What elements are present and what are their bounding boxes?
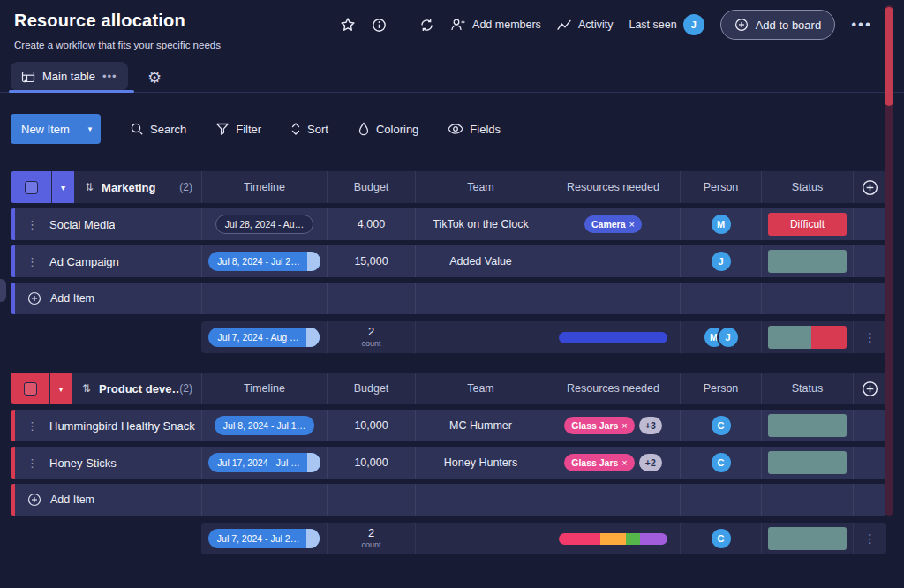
coloring-button[interactable]: Coloring xyxy=(358,122,418,136)
timeline-cell[interactable]: Jul 8, 2024 - Jul 2… xyxy=(201,245,327,277)
status-cell[interactable] xyxy=(761,245,853,277)
remove-chip-icon[interactable]: × xyxy=(622,457,627,468)
sort-button[interactable]: Sort xyxy=(290,122,328,136)
person-cell[interactable]: M xyxy=(680,208,761,240)
status-cell[interactable] xyxy=(761,447,853,479)
timeline-cell[interactable]: Jul 17, 2024 - Jul … xyxy=(201,447,327,479)
timeline-pill[interactable]: Jul 28, 2024 - Au… xyxy=(215,215,313,234)
group-checkbox[interactable] xyxy=(24,382,37,396)
row-menu-icon[interactable]: ⋮ xyxy=(26,255,38,268)
status-label[interactable]: Difficult xyxy=(768,213,847,236)
column-header-status[interactable]: Status xyxy=(761,171,853,203)
table-row[interactable]: ⋮ Ad Campaign Jul 8, 2024 - Jul 2… 15,00… xyxy=(11,245,886,277)
resource-chip[interactable]: Glass Jars× xyxy=(564,417,635,434)
kebab-menu-icon[interactable]: ⋮ xyxy=(864,330,877,344)
summary-status-bar[interactable] xyxy=(761,321,853,353)
budget-cell[interactable]: 10,000 xyxy=(327,447,415,479)
new-item-dropdown[interactable]: ▾ xyxy=(79,114,101,144)
timeline-pill[interactable]: Jul 7, 2024 - Aug … xyxy=(208,328,319,347)
column-header-budget[interactable]: Budget xyxy=(327,171,415,203)
timeline-pill[interactable]: Jul 8, 2024 - Jul 2… xyxy=(208,252,320,271)
summary-status-bar[interactable] xyxy=(761,523,853,554)
summary-persons[interactable]: C xyxy=(680,523,761,554)
add-column-button[interactable] xyxy=(853,373,886,404)
remove-chip-icon[interactable]: × xyxy=(629,219,635,230)
timeline-cell[interactable]: Jul 28, 2024 - Au… xyxy=(201,208,327,240)
group-collapse-button[interactable]: ▾ xyxy=(52,171,74,203)
avatar[interactable]: J xyxy=(719,328,738,347)
team-cell[interactable]: TikTok on the Clock xyxy=(415,208,546,240)
team-cell[interactable]: Honey Hunters xyxy=(415,447,546,479)
activity-button[interactable]: Activity xyxy=(557,19,614,31)
status-label[interactable] xyxy=(768,250,847,273)
search-button[interactable]: Search xyxy=(130,122,186,136)
group-sort-icon[interactable]: ⇅ xyxy=(82,382,91,395)
team-cell[interactable]: MC Hummer xyxy=(415,410,546,441)
add-item-row[interactable]: Add Item xyxy=(11,283,886,314)
item-name[interactable]: Hummingbird Healthy Snack xyxy=(49,419,195,433)
group-name[interactable]: Product deve… xyxy=(99,382,179,396)
fields-button[interactable]: Fields xyxy=(448,123,501,136)
group-collapse-button[interactable]: ▾ xyxy=(50,373,72,404)
avatar[interactable]: J xyxy=(712,252,731,271)
timeline-pill[interactable]: Jul 8, 2024 - Jul 1… xyxy=(215,416,314,435)
item-name[interactable]: Ad Campaign xyxy=(49,255,119,268)
integrations-icon[interactable] xyxy=(419,18,434,33)
timeline-pill[interactable]: Jul 17, 2024 - Jul … xyxy=(208,453,320,472)
status-label[interactable] xyxy=(768,451,847,474)
avatar[interactable]: C xyxy=(712,453,731,472)
more-chips-badge[interactable]: +3 xyxy=(639,417,662,434)
column-header-timeline[interactable]: Timeline xyxy=(201,171,327,203)
summary-menu[interactable]: ⋮ xyxy=(853,523,886,554)
resource-chip[interactable]: Glass Jars× xyxy=(564,454,635,471)
summary-timeline[interactable]: Jul 7, 2024 - Jul 2… xyxy=(201,523,327,554)
column-header-timeline[interactable]: Timeline xyxy=(201,373,327,404)
status-cell[interactable]: Difficult xyxy=(761,208,853,240)
resources-cell[interactable]: Camera× xyxy=(546,208,680,240)
resources-cell[interactable]: Glass Jars× +2 xyxy=(546,447,680,479)
group-select-cell[interactable] xyxy=(11,171,51,203)
group-checkbox[interactable] xyxy=(25,181,38,194)
summary-resources-bar[interactable] xyxy=(546,321,680,353)
add-to-board-button[interactable]: Add to board xyxy=(720,10,835,40)
column-header-status[interactable]: Status xyxy=(761,373,853,404)
column-header-team[interactable]: Team xyxy=(415,171,546,203)
scrollbar-thumb[interactable] xyxy=(885,7,893,106)
table-row[interactable]: ⋮ Honey Sticks Jul 17, 2024 - Jul … 10,0… xyxy=(11,447,886,479)
info-icon[interactable] xyxy=(372,18,387,33)
avatar[interactable]: J xyxy=(683,14,704,35)
add-item-cell[interactable]: Add Item xyxy=(11,283,201,314)
item-name[interactable]: Honey Sticks xyxy=(49,456,117,470)
more-chips-badge[interactable]: +2 xyxy=(639,454,662,471)
add-item-cell[interactable]: Add Item xyxy=(11,484,201,516)
column-header-person[interactable]: Person xyxy=(680,171,761,203)
table-row[interactable]: ⋮ Hummingbird Healthy Snack Jul 8, 2024 … xyxy=(11,410,886,441)
last-seen[interactable]: Last seen J xyxy=(629,14,704,35)
column-header-resources[interactable]: Resources needed xyxy=(546,373,680,404)
budget-cell[interactable]: 10,000 xyxy=(327,410,415,441)
column-header-person[interactable]: Person xyxy=(680,373,761,404)
avatar[interactable]: C xyxy=(712,529,731,548)
person-cell[interactable]: J xyxy=(680,245,761,277)
add-column-button[interactable] xyxy=(853,171,886,203)
team-cell[interactable]: Added Value xyxy=(415,245,546,277)
summary-menu[interactable]: ⋮ xyxy=(853,321,886,353)
row-menu-icon[interactable]: ⋮ xyxy=(26,218,38,231)
tab-options-icon[interactable]: ••• xyxy=(102,70,117,83)
item-name[interactable]: Social Media xyxy=(49,218,115,231)
summary-resources-bar[interactable] xyxy=(546,523,680,554)
person-cell[interactable]: C xyxy=(680,447,761,479)
avatar[interactable]: C xyxy=(712,416,731,435)
summary-timeline[interactable]: Jul 7, 2024 - Aug … xyxy=(201,321,327,353)
row-menu-icon[interactable]: ⋮ xyxy=(26,419,38,433)
favorite-star-icon[interactable] xyxy=(340,17,356,33)
status-cell[interactable] xyxy=(761,410,853,441)
kebab-menu-icon[interactable]: ⋮ xyxy=(864,531,877,546)
group-sort-icon[interactable]: ⇅ xyxy=(85,181,94,193)
column-header-resources[interactable]: Resources needed xyxy=(546,171,680,203)
remove-chip-icon[interactable]: × xyxy=(622,420,627,431)
group-select-cell[interactable] xyxy=(11,373,49,404)
resource-chip[interactable]: Camera× xyxy=(584,215,642,233)
resources-cell[interactable]: Glass Jars× +3 xyxy=(546,410,680,441)
vertical-scrollbar[interactable] xyxy=(885,5,893,516)
